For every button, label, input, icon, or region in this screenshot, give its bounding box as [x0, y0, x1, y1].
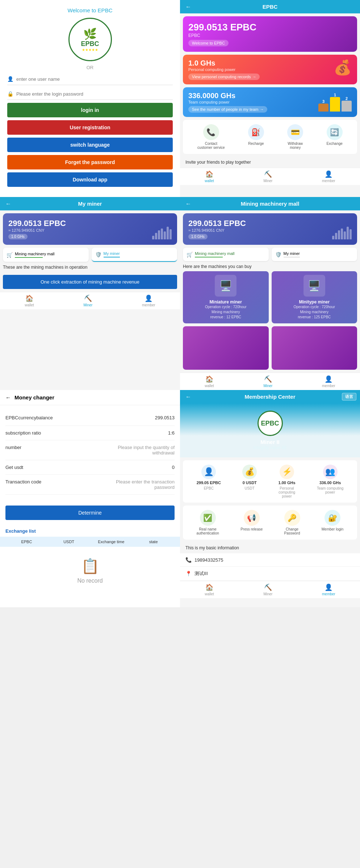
username-input[interactable] — [16, 76, 173, 82]
miner-section-label: These are the mining machines in operati… — [0, 265, 180, 272]
tab-mining-mall-active[interactable]: 🛒 Mining machinery mall — [183, 248, 269, 261]
change-password-action[interactable]: 🔑 Change Password — [284, 510, 300, 535]
realname-action[interactable]: ✅ Real name authentication — [197, 510, 219, 535]
personal-computing-card: 1.0 GHs Personal computing power View pe… — [183, 55, 357, 84]
membership-panel: ← Membership Center 语言 EPBC Miner II Int… — [180, 390, 360, 607]
miner-tabs: 🛒 Mining machinery mall 🛡️ My miner — [3, 248, 177, 262]
back-arrow-icon[interactable]: ← — [185, 394, 191, 400]
shield-icon: 🛡️ — [275, 252, 281, 257]
nav-miner[interactable]: ⛏️ Miner — [263, 375, 272, 388]
tab-miner-label: My miner — [104, 251, 120, 256]
number-input[interactable]: Please input the quantity of withdrawal — [102, 445, 175, 456]
exchange-action[interactable]: 🔄 Exchange — [326, 124, 342, 150]
number-row: number Please input the quantity of with… — [5, 440, 175, 460]
user-icon: 👤 — [7, 76, 13, 82]
sub-ratio-row: subscription ratio 1:6 — [5, 426, 175, 440]
member-login-action[interactable]: 🔐 Member login — [322, 510, 344, 535]
press-icon: 📢 — [244, 510, 260, 526]
team-label: Team computing power — [188, 100, 267, 104]
no-record: 📋 No record — [0, 547, 180, 595]
machine1-revenue: Mining machinery revenue : 12 EPBC — [187, 310, 265, 320]
machine-card-4[interactable] — [272, 326, 357, 370]
contact-action[interactable]: 📞 Contact customer service — [197, 124, 225, 150]
miner-icon: ⛏️ — [264, 583, 272, 591]
mall-balance-amount: 299.0513 EPBC — [188, 219, 246, 228]
back-arrow-icon[interactable]: ← — [5, 394, 11, 401]
forget-password-button[interactable]: Forget the password — [7, 155, 173, 169]
wallet-icon: 🏠 — [205, 583, 213, 591]
machine-card-3[interactable] — [183, 326, 269, 370]
machine-card-2[interactable]: 🖥️ Minitype miner Operation cycle : 720h… — [272, 271, 357, 323]
tab-my-miner[interactable]: 🛡️ My miner — [272, 248, 357, 261]
usdt-stat-value: 0 USDT — [243, 481, 257, 485]
col-exchange-time: Exchange time — [90, 540, 133, 544]
balance-amount: 299.0513 EPBC — [188, 22, 352, 33]
recharge-action[interactable]: ⛽ Recharge — [248, 124, 264, 150]
epbc-balance-row: EPBCcurrencybalance 299.0513 — [5, 411, 175, 426]
nav-wallet[interactable]: 🏠 wallet — [205, 583, 214, 596]
podium-1: 1 — [330, 93, 340, 112]
language-badge[interactable]: 语言 — [342, 393, 356, 401]
one-click-btn[interactable]: One click extraction of mining machine r… — [3, 275, 177, 289]
phone-icon: 📞 — [185, 557, 192, 563]
determine-button[interactable]: Determine — [5, 506, 175, 520]
back-arrow-icon[interactable]: ← — [5, 201, 11, 207]
press-release-action[interactable]: 📢 Press release — [240, 510, 263, 535]
nav-wallet-label: wallet — [25, 303, 34, 307]
logo-text: EPBC — [81, 40, 99, 48]
member-profile: EPBC Miner II Integrity value 88 — [180, 403, 360, 457]
cart-icon: 🛒 — [187, 252, 193, 257]
nav-member[interactable]: 👤 member — [322, 170, 335, 183]
see-team-btn[interactable]: See the number of people in my team → — [188, 106, 267, 113]
personal-ghs-value: 1.00 GHs — [279, 481, 296, 485]
nav-wallet[interactable]: 🏠 wallet — [205, 375, 214, 388]
epbc-home-panel: ← EPBC 299.0513 EPBC EPBC Welcome to EPB… — [180, 0, 360, 197]
view-records-btn[interactable]: View personel computing records → — [188, 74, 260, 80]
exchange-icon: 🔄 — [327, 124, 343, 140]
tab-my-miner[interactable]: 🛡️ My miner — [92, 248, 177, 262]
logo-stars: ★★★★★ — [81, 48, 99, 52]
tab-mining-mall[interactable]: 🛒 Mining machinery mall — [3, 248, 89, 262]
exchange-table-header: EPBC USDT Exchange time state — [0, 537, 180, 547]
view-records-label: View personel computing records — [192, 75, 251, 79]
sub-ratio-label: subscription ratio — [5, 430, 41, 436]
nav-member[interactable]: 👤 member — [322, 375, 335, 388]
stat-usdt: 💰 0 USDT USDT — [242, 465, 257, 498]
nav-miner[interactable]: ⛏️ Miner — [263, 170, 272, 183]
back-arrow-icon[interactable]: ← — [185, 201, 191, 207]
exchange-header-title: Money changer — [14, 394, 54, 401]
switch-language-button[interactable]: switch language — [7, 138, 173, 152]
login-panel: Welcome to EPBC 🌿 EPBC ★★★★★ OR 👤 🔒 logi… — [0, 0, 180, 197]
exchange-label: Exchange — [326, 142, 342, 146]
nav-miner[interactable]: ⛏️ Miner — [83, 294, 92, 307]
nav-wallet[interactable]: 🏠 wallet — [25, 294, 34, 307]
logo-container: 🌿 EPBC ★★★★★ — [7, 18, 173, 61]
logo-inner: 🌿 EPBC ★★★★★ — [81, 28, 99, 52]
password-input[interactable] — [16, 91, 173, 97]
nav-wallet-label: wallet — [205, 384, 214, 388]
register-button[interactable]: User registration — [7, 120, 173, 135]
team-ghs-icon: 👥 — [323, 465, 338, 479]
mining-mall-panel: ← Mining machinery mall 299.0513 EPBC ≈ … — [180, 197, 360, 390]
miner-icon: ⛏️ — [264, 375, 272, 383]
login-title: Welcome to EPBC — [7, 7, 173, 13]
withdraw-action[interactable]: 💳 Withdraw money — [287, 124, 303, 150]
changepwd-icon: 🔑 — [284, 510, 300, 526]
transaction-code-input[interactable]: Please enter the transaction password — [102, 479, 175, 490]
action-grid: 📞 Contact customer service ⛽ Recharge 💳 … — [183, 120, 357, 154]
nav-member[interactable]: 👤 member — [322, 583, 335, 596]
mall-bottom-nav: 🏠 wallet ⛏️ Miner 👤 member — [180, 373, 360, 390]
logo-circle: 🌿 EPBC ★★★★★ — [68, 18, 112, 61]
bar-chart — [152, 225, 172, 239]
exchange-form: EPBCcurrencybalance 299.0513 subscriptio… — [0, 405, 180, 500]
machine-card-1[interactable]: 🖥️ Miniature miner Operation cycle : 720… — [183, 271, 269, 323]
nav-wallet[interactable]: 🏠 wallet — [205, 170, 214, 183]
withdraw-label: Withdraw money — [288, 142, 303, 150]
back-arrow-icon[interactable]: ← — [185, 4, 191, 10]
nav-member-label: member — [322, 179, 335, 183]
download-app-button[interactable]: Download app — [7, 172, 173, 187]
login-button[interactable]: login in — [7, 103, 173, 117]
tab-mall-label: Mining machinery mall — [195, 251, 234, 256]
nav-miner[interactable]: ⛏️ Miner — [263, 583, 272, 596]
nav-member[interactable]: 👤 member — [142, 294, 155, 307]
